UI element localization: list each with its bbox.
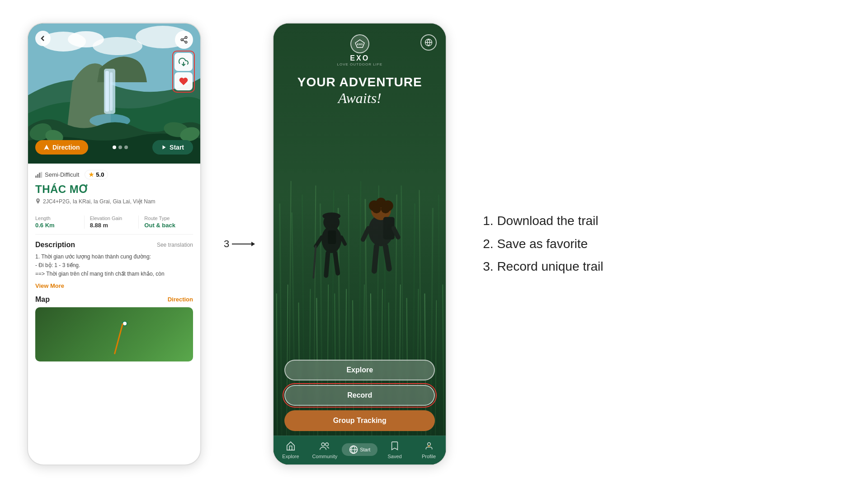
stat-length: Length 0.6 Km [35,216,85,229]
exo-logo: EXO EXO LOVE OUTDOOR LIFE [337,34,382,66]
nav-item-start[interactable]: Start [342,443,377,456]
stat-elevation: Elevation Gain 8.88 m [85,216,139,229]
svg-line-17 [183,38,185,39]
svg-marker-19 [163,145,166,150]
svg-point-15 [185,41,187,43]
action-buttons-group: 1 2 [172,51,195,93]
action-buttons-red-box [172,51,195,93]
svg-point-90 [322,443,325,446]
trail-hero-image: 1 2 Direction Star [28,23,200,164]
exo-logo-text: EXO [350,54,369,62]
instruction-line-3: 3. Record unique trail [483,255,823,278]
record-button-wrapper: Record [284,385,435,406]
svg-line-16 [183,40,185,42]
svg-rect-7 [110,72,113,111]
rating-badge: ★ 5.0 [85,170,108,179]
number-label-3: 3 [224,238,229,250]
map-trail-line [114,323,123,354]
instructions-panel: 1. Download the trail 2. Save as favorit… [465,210,841,278]
svg-rect-23 [41,172,42,178]
svg-marker-18 [44,145,49,150]
exo-logo-circle: EXO [350,34,369,53]
start-nav-active: Start [342,443,377,456]
description-header: Description See translation [35,241,193,249]
instruction-line-2: 2. Save as favorite [483,233,823,255]
svg-point-14 [181,39,183,41]
nav-item-explore[interactable]: Explore [274,440,307,459]
svg-point-3 [93,37,142,55]
map-section: Map Direction [35,289,193,361]
stats-row: Length 0.6 Km Elevation Gain 8.88 m Rout… [35,210,193,235]
svg-rect-20 [35,175,37,178]
nav-item-profile[interactable]: Profile [412,440,446,459]
map-header: Map Direction [35,296,193,304]
share-button[interactable] [175,31,193,49]
trail-info: Semi-Difficult ★ 5.0 THÁC MƠ 2JC4+P2G, I… [28,164,200,361]
difficulty-row: Semi-Difficult ★ 5.0 [35,170,193,179]
direction-button[interactable]: Direction [35,140,88,155]
svg-rect-22 [39,173,40,178]
exo-header: EXO EXO LOVE OUTDOOR LIFE [274,23,446,71]
action-buttons: Explore Record Group Tracking [274,360,446,436]
right-phone-content: EXO EXO LOVE OUTDOOR LIFE [274,23,446,465]
start-button[interactable]: Start [152,140,193,155]
svg-rect-6 [105,71,109,112]
instruction-line-1: 1. Download the trail [483,210,823,232]
globe-button[interactable] [420,34,437,51]
svg-point-13 [185,37,187,39]
arrow-line-3 [232,244,255,244]
trail-location: 2JC4+P2G, Ia KRai, Ia Grai, Gia Lai, Việ… [35,198,193,205]
left-phone-content: 1 2 Direction Star [28,23,200,465]
right-phone: EXO EXO LOVE OUTDOOR LIFE [273,23,447,465]
left-phone: 1 2 Direction Star [27,23,201,465]
nav-label-explore: Explore [282,454,299,459]
bottom-navigation: Explore Community [274,436,446,465]
svg-text:EXO: EXO [357,43,363,46]
indicator-3-group: 3 [224,238,255,250]
profile-nav-icon [423,440,435,452]
explore-button[interactable]: Explore [284,360,435,380]
favorite-button[interactable] [175,72,193,90]
difficulty-badge: Semi-Difficult [35,171,79,178]
back-button[interactable] [35,31,51,46]
svg-rect-21 [37,174,38,178]
explore-nav-icon [284,440,297,452]
nav-label-start: Start [360,447,370,452]
dot-3 [124,145,128,149]
nav-label-profile: Profile [422,454,436,459]
hero-spacer [274,107,446,360]
view-more-link[interactable]: View More [35,282,193,289]
stat-route-type: Route Type Out & back [139,216,193,229]
saved-nav-icon [388,440,401,452]
svg-point-91 [326,443,329,446]
nav-label-saved: Saved [387,454,401,459]
trail-title: THÁC MƠ [35,183,193,196]
record-button[interactable]: Record [284,385,435,406]
dot-2 [118,145,122,149]
nav-item-saved[interactable]: Saved [377,440,411,459]
map-preview[interactable] [35,307,193,361]
description-text: 1. Thời gian ước lượng hoàn thành cung đ… [35,253,193,279]
nav-label-community: Community [312,454,338,459]
nav-item-community[interactable]: Community [308,440,342,459]
start-nav-icon [349,445,358,454]
group-tracking-button[interactable]: Group Tracking [284,410,435,431]
description-section: Description See translation 1. Thời gian… [35,235,193,289]
star-icon: ★ [89,171,94,178]
hero-controls: Direction Start [28,140,200,155]
image-dots [113,145,128,149]
community-nav-icon [318,440,331,452]
dot-1 [113,145,116,149]
exo-tagline: LOVE OUTDOOR LIFE [337,62,382,66]
adventure-text: YOUR ADVENTURE Awaits! [274,71,446,107]
download-button[interactable] [175,53,193,71]
